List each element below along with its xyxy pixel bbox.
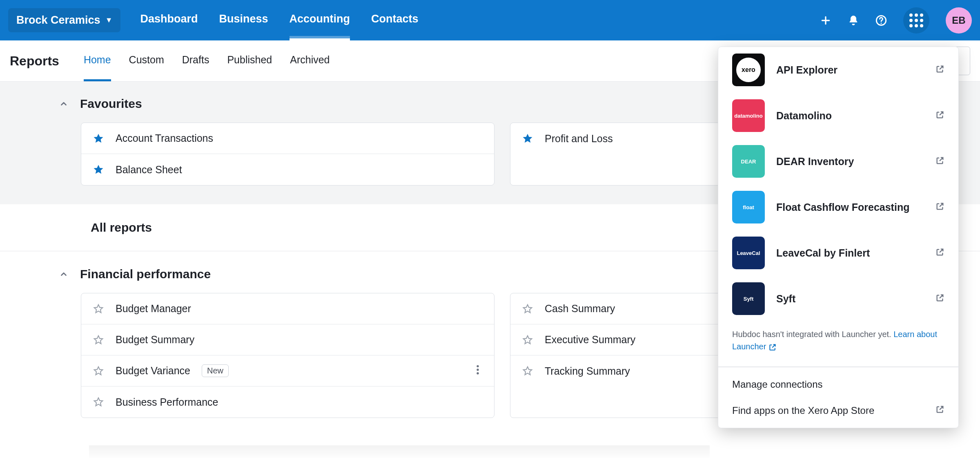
external-link-icon — [935, 405, 944, 416]
report-label: Cash Summary — [545, 303, 615, 315]
report-label: Tracking Summary — [545, 365, 630, 377]
plus-icon[interactable] — [820, 15, 831, 26]
app-label: Float Cashflow Forecasting — [776, 201, 909, 213]
tab-custom[interactable]: Custom — [129, 40, 164, 81]
app-icon: xero — [732, 54, 765, 86]
apps-launcher-panel: xero API Explorer datamolino Datamolino … — [718, 47, 959, 428]
app-icon: DEAR — [732, 145, 765, 178]
star-icon[interactable] — [522, 133, 533, 144]
star-icon[interactable] — [93, 365, 104, 377]
bell-icon[interactable] — [848, 15, 859, 26]
report-label: Business Performance — [116, 396, 218, 408]
tab-drafts[interactable]: Drafts — [182, 40, 209, 81]
report-row[interactable]: Balance Sheet — [81, 154, 494, 185]
nav-business[interactable]: Business — [219, 0, 268, 41]
report-label: Account Transactions — [116, 132, 213, 144]
star-icon[interactable] — [93, 133, 104, 144]
external-link-icon — [935, 293, 944, 305]
footer-label: Find apps on the Xero App Store — [732, 405, 874, 416]
apps-grid-icon — [909, 13, 923, 27]
external-link-icon — [935, 156, 944, 168]
nav-accounting[interactable]: Accounting — [290, 0, 350, 41]
app-label: Datamolino — [776, 110, 832, 122]
decorative-shadow — [89, 445, 710, 458]
star-icon[interactable] — [522, 334, 533, 346]
footer-label: Manage connections — [732, 379, 822, 390]
app-item[interactable]: datamolino Datamolino — [718, 93, 958, 139]
report-label: Budget Summary — [116, 334, 194, 346]
report-label: Profit and Loss — [545, 133, 613, 145]
report-row[interactable]: Budget Manager — [81, 293, 494, 324]
top-nav: Brock Ceramics ▼ DashboardBusinessAccoun… — [0, 0, 980, 40]
app-item[interactable]: Syft Syft — [718, 276, 958, 322]
svg-point-4 — [477, 369, 479, 371]
app-icon: float — [732, 191, 765, 223]
svg-point-5 — [477, 372, 479, 374]
tab-home[interactable]: Home — [84, 40, 111, 81]
collapse-financial-button[interactable] — [56, 267, 71, 282]
caret-down-icon: ▼ — [105, 16, 113, 25]
app-label: LeaveCal by Finlert — [776, 247, 870, 259]
app-label: DEAR Inventory — [776, 156, 854, 168]
external-link-icon — [935, 64, 944, 76]
svg-point-3 — [477, 365, 479, 367]
report-row[interactable]: Budget Summary — [81, 324, 494, 355]
app-icon: datamolino — [732, 99, 765, 132]
app-icon: Syft — [732, 282, 765, 315]
apps-note-text: Hubdoc hasn't integrated with Launcher y… — [732, 330, 893, 339]
tab-archived[interactable]: Archived — [290, 40, 330, 81]
nav-contacts[interactable]: Contacts — [371, 0, 419, 41]
financial-card-left: Budget Manager Budget Summary Budget Var… — [81, 293, 494, 418]
star-icon[interactable] — [93, 396, 104, 408]
new-badge: New — [202, 364, 229, 377]
report-label: Balance Sheet — [116, 164, 182, 176]
app-item[interactable]: float Float Cashflow Forecasting — [718, 184, 958, 230]
collapse-favourites-button[interactable] — [56, 96, 71, 111]
app-icon: LeaveCal — [732, 237, 765, 269]
more-icon[interactable] — [473, 361, 483, 381]
external-link-icon — [935, 201, 944, 213]
star-icon[interactable] — [93, 303, 104, 315]
app-item[interactable]: DEAR DEAR Inventory — [718, 139, 958, 184]
app-label: Syft — [776, 293, 795, 305]
apps-launcher-button[interactable] — [903, 7, 929, 34]
nav-right: EB — [820, 7, 972, 34]
tab-published[interactable]: Published — [227, 40, 272, 81]
apps-note: Hubdoc hasn't integrated with Launcher y… — [718, 322, 958, 362]
star-icon[interactable] — [93, 334, 104, 346]
report-row[interactable]: Account Transactions — [81, 123, 494, 154]
apps-footer-item[interactable]: Find apps on the Xero App Store — [718, 398, 958, 424]
star-icon[interactable] — [522, 365, 533, 377]
nav-links: DashboardBusinessAccountingContacts — [140, 0, 418, 41]
apps-footer-item[interactable]: Manage connections — [718, 371, 958, 398]
org-switcher[interactable]: Brock Ceramics ▼ — [8, 8, 120, 32]
org-name: Brock Ceramics — [16, 14, 100, 27]
app-label: API Explorer — [776, 64, 837, 76]
report-row[interactable]: Budget VarianceNew — [81, 355, 494, 387]
external-link-icon — [935, 110, 944, 122]
financial-heading: Financial performance — [80, 267, 211, 281]
external-link-icon — [935, 247, 944, 259]
page-title: Reports — [10, 54, 59, 69]
app-item[interactable]: xero API Explorer — [718, 47, 958, 93]
svg-point-1 — [881, 22, 882, 24]
report-label: Budget Manager — [116, 303, 191, 315]
favourites-card-left: Account Transactions Balance Sheet — [81, 123, 494, 185]
nav-dashboard[interactable]: Dashboard — [140, 0, 198, 41]
avatar[interactable]: EB — [946, 7, 972, 34]
star-icon[interactable] — [93, 164, 104, 175]
report-tabs: HomeCustomDraftsPublishedArchived — [84, 40, 330, 81]
help-icon[interactable] — [875, 15, 887, 26]
report-label: Executive Summary — [545, 334, 635, 346]
avatar-initials: EB — [952, 15, 965, 26]
favourites-heading: Favourites — [80, 97, 142, 111]
report-row[interactable]: Business Performance — [81, 387, 494, 418]
star-icon[interactable] — [522, 303, 533, 315]
divider — [718, 366, 958, 367]
report-label: Budget Variance — [116, 365, 190, 377]
app-item[interactable]: LeaveCal LeaveCal by Finlert — [718, 230, 958, 276]
